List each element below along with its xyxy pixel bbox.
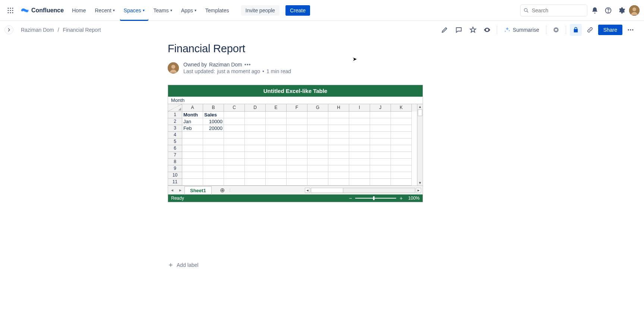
scroll-thumb[interactable] [418, 109, 422, 116]
confluence-logo[interactable]: Confluence [18, 6, 67, 15]
hscroll-thumb[interactable] [311, 188, 343, 193]
col-header-G[interactable]: G [307, 104, 328, 112]
nav-spaces[interactable]: Spaces▾ [120, 0, 148, 21]
settings-icon[interactable] [616, 4, 628, 16]
expand-sidebar-button[interactable] [4, 25, 13, 34]
zoom-value: 100% [408, 196, 420, 201]
vertical-scrollbar[interactable]: ▲ ▼ [417, 104, 423, 186]
row-header[interactable]: 1 [168, 112, 182, 118]
col-header-I[interactable]: I [349, 104, 370, 112]
chevron-down-icon: ▾ [170, 8, 172, 12]
col-header-B[interactable]: B [203, 104, 224, 112]
zoom-in-icon[interactable]: + [398, 195, 404, 201]
svg-point-5 [12, 10, 13, 11]
nav-home[interactable]: Home [68, 0, 89, 21]
svg-point-8 [12, 12, 13, 13]
scroll-up-icon[interactable]: ▲ [417, 104, 423, 109]
confluence-icon [21, 6, 29, 15]
breadcrumb-space[interactable]: Raziman Dom [21, 27, 54, 33]
byline-more-icon[interactable]: ••• [244, 62, 251, 68]
svg-point-7 [10, 12, 11, 13]
cell-A3[interactable]: Feb [182, 125, 203, 132]
select-all-corner[interactable] [168, 104, 182, 112]
hscroll-right-icon[interactable]: ► [416, 188, 421, 193]
svg-point-0 [7, 7, 9, 9]
presentation-icon[interactable] [550, 24, 562, 36]
hscroll-left-icon[interactable]: ◄ [305, 188, 310, 193]
owner-name[interactable]: Raziman Dom [209, 62, 242, 68]
sheet-rows: 1 Month Sales 2 Jan 10000 3 Feb 20000 [168, 112, 423, 186]
sparkle-icon [504, 27, 511, 33]
edit-icon[interactable] [439, 24, 451, 36]
search-icon [523, 7, 529, 13]
add-sheet-icon[interactable]: ⊕ [218, 186, 227, 194]
star-icon[interactable] [467, 24, 479, 36]
read-time: 1 min read [266, 68, 291, 74]
search-box[interactable] [520, 4, 587, 16]
owner-avatar[interactable] [168, 62, 179, 74]
cell-A2[interactable]: Jan [182, 118, 203, 125]
restrictions-icon[interactable] [570, 24, 582, 36]
horizontal-scrollbar[interactable]: ◄ ► [305, 188, 423, 193]
create-button[interactable]: Create [285, 5, 310, 16]
zoom-slider[interactable] [355, 198, 396, 199]
breadcrumb: Raziman Dom / Financial Report [21, 27, 101, 33]
nav-recent[interactable]: Recent▾ [91, 0, 118, 21]
nav-templates[interactable]: Templates [202, 0, 233, 21]
sheet-tab[interactable]: Sheet1 [184, 186, 212, 195]
search-input[interactable] [520, 4, 587, 16]
sheet-name-box[interactable]: Month [168, 97, 423, 104]
notifications-icon[interactable] [589, 4, 601, 16]
svg-line-10 [527, 11, 528, 12]
invite-people-button[interactable]: Invite people [241, 5, 280, 16]
svg-point-1 [10, 7, 11, 9]
svg-rect-17 [555, 29, 557, 31]
row-header[interactable]: 2 [168, 118, 182, 125]
col-header-D[interactable]: D [245, 104, 266, 112]
tab-resize-grip[interactable]: ⋮ [227, 188, 230, 192]
col-header-H[interactable]: H [328, 104, 349, 112]
row-header[interactable]: 3 [168, 125, 182, 132]
cell-A1[interactable]: Month [182, 112, 203, 118]
col-header-K[interactable]: K [391, 104, 412, 112]
col-header-F[interactable]: F [287, 104, 307, 112]
nav-apps[interactable]: Apps▾ [177, 0, 200, 21]
scroll-down-icon[interactable]: ▼ [417, 180, 423, 186]
cell-B2[interactable]: 10000 [203, 118, 224, 125]
col-header-E[interactable]: E [266, 104, 287, 112]
sheet-title: Untitled Excel-like Table [168, 85, 423, 97]
svg-point-22 [171, 65, 176, 69]
chevron-down-icon: ▾ [195, 8, 196, 12]
plus-icon [168, 262, 174, 268]
comment-icon[interactable] [453, 24, 465, 36]
cell-B3[interactable]: 20000 [203, 125, 224, 132]
more-actions-icon[interactable] [625, 24, 637, 36]
profile-avatar[interactable] [629, 5, 640, 16]
add-label-button[interactable]: Add label [168, 262, 198, 268]
summarise-button[interactable]: Summarise [501, 25, 542, 35]
status-bar: Ready − + 100% [168, 194, 423, 202]
page-actions: Summarise Share [439, 24, 637, 36]
page-header: Raziman Dom / Financial Report Summarise [0, 21, 644, 39]
last-updated-value[interactable]: just a moment ago [217, 68, 260, 74]
col-header-J[interactable]: J [370, 104, 391, 112]
svg-point-18 [628, 29, 629, 30]
col-header-A[interactable]: A [182, 104, 203, 112]
zoom-control[interactable]: − + 100% [348, 195, 420, 201]
owned-by-label: Owned by [183, 62, 207, 68]
svg-point-4 [10, 10, 11, 11]
zoom-out-icon[interactable]: − [348, 195, 353, 201]
help-icon[interactable] [602, 4, 614, 16]
share-button[interactable]: Share [598, 25, 622, 35]
nav-teams[interactable]: Teams▾ [150, 0, 176, 21]
svg-point-3 [7, 10, 9, 11]
watch-icon[interactable] [481, 24, 493, 36]
copy-link-icon[interactable] [584, 24, 596, 36]
tab-prev-icon[interactable]: ◄ [168, 188, 176, 192]
col-header-C[interactable]: C [224, 104, 245, 112]
cell-B1[interactable]: Sales [203, 112, 224, 118]
app-switcher-icon[interactable] [4, 4, 16, 16]
svg-point-20 [632, 29, 633, 30]
breadcrumb-page[interactable]: Financial Report [63, 27, 101, 33]
tab-next-icon[interactable]: ► [176, 188, 184, 192]
